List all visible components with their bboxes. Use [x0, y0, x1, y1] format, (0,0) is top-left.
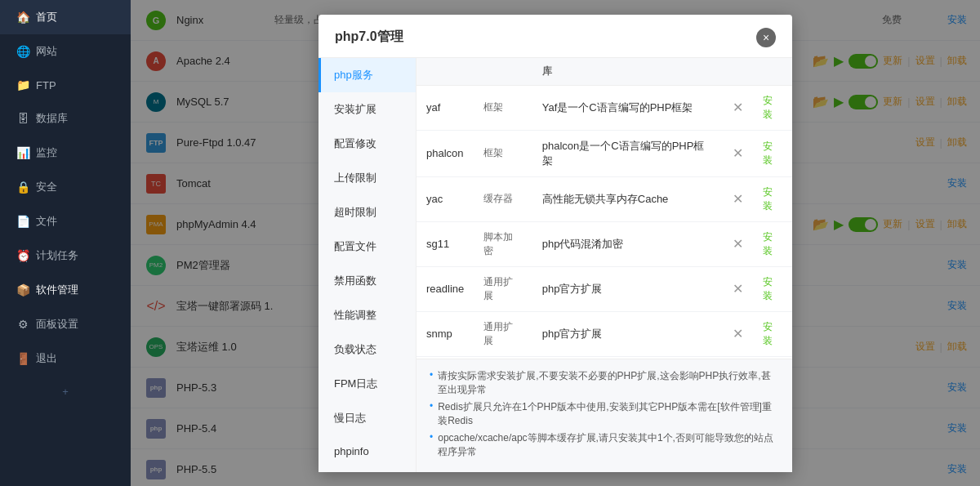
table-row: snmp 通用扩展 php官方扩展 ✕ 安装 [416, 311, 792, 356]
table-row: phalcon 框架 phalcon是一个C语言编写的PHP框架 ✕ 安装 [416, 130, 792, 176]
nav-phpinfo[interactable]: phpinfo [318, 435, 416, 467]
sidebar-label-software: 软件管理 [36, 283, 78, 297]
ext-type: 缓存器 [474, 176, 532, 221]
ftp-icon: 📁 [16, 78, 29, 91]
sidebar-label-logout: 退出 [36, 351, 57, 366]
sidebar-item-database[interactable]: 🗄 数据库 [0, 101, 131, 136]
php70-modal: php7.0管理 × php服务 安装扩展 配置修改 上传限制 超时限制 配置文… [318, 15, 792, 472]
modal-main-content: 库 yaf 框架 Yaf是一个C语言编写的PHP框架 ✕ 安装 phalcon … [416, 58, 792, 472]
ext-remove[interactable]: ✕ [723, 176, 753, 221]
ext-remove[interactable]: ✕ [723, 221, 753, 266]
col-header-install [753, 58, 792, 86]
ext-desc: Yaf是一个C语言编写的PHP框架 [532, 85, 723, 130]
home-icon: 🏠 [16, 11, 29, 24]
col-header-desc: 库 [532, 58, 723, 86]
nav-fpm-log[interactable]: FPM日志 [318, 367, 416, 401]
info-note-1: 请按实际需求安装扩展,不要安装不必要的PHP扩展,这会影响PHP执行效率,甚至出… [430, 369, 779, 397]
ext-install[interactable]: 安装 [753, 176, 792, 221]
sidebar-item-security[interactable]: 🔒 安全 [0, 170, 131, 204]
security-icon: 🔒 [16, 181, 29, 194]
sidebar-item-file[interactable]: 📄 文件 [0, 204, 131, 239]
ext-name: sg11 [416, 221, 474, 266]
file-icon: 📄 [16, 215, 29, 228]
sidebar-item-home[interactable]: 🏠 首页 [0, 0, 131, 34]
ext-install[interactable]: 安装 [753, 311, 792, 356]
ext-remove[interactable]: ✕ [723, 311, 753, 356]
ext-install[interactable]: 安装 [753, 266, 792, 311]
remove-icon[interactable]: ✕ [733, 192, 743, 206]
remove-icon[interactable]: ✕ [733, 237, 743, 251]
ext-desc: phalcon是一个C语言编写的PHP框架 [532, 130, 723, 176]
modal-close-btn[interactable]: × [756, 28, 776, 47]
extension-table: 库 yaf 框架 Yaf是一个C语言编写的PHP框架 ✕ 安装 phalcon … [416, 58, 792, 359]
panel-icon: ⚙ [16, 318, 29, 331]
sidebar-label-monitor: 监控 [36, 145, 57, 160]
sidebar-label-home: 首页 [36, 10, 57, 25]
nav-slow-log[interactable]: 慢日志 [318, 401, 416, 435]
ext-install[interactable]: 安装 [753, 130, 792, 176]
nav-perf-tune[interactable]: 性能调整 [318, 298, 416, 332]
nav-timeout[interactable]: 超时限制 [318, 195, 416, 230]
install-ext-btn[interactable]: 安装 [763, 276, 773, 301]
ext-name: phalcon [416, 130, 474, 176]
col-header-name [416, 58, 474, 86]
ext-type: 框架 [474, 85, 532, 130]
nav-config-modify[interactable]: 配置修改 [318, 127, 416, 161]
logout-icon: 🚪 [16, 352, 29, 365]
sidebar-item-software[interactable]: 📦 软件管理 [0, 273, 131, 307]
sidebar-label-ftp: FTP [36, 79, 56, 91]
nav-config-file[interactable]: 配置文件 [318, 230, 416, 264]
sidebar-item-panel[interactable]: ⚙ 面板设置 [0, 307, 131, 341]
table-row: readline 通用扩展 php官方扩展 ✕ 安装 [416, 266, 792, 311]
col-header-type [474, 58, 532, 86]
nav-install-ext[interactable]: 安装扩展 [318, 92, 416, 127]
sidebar-item-ftp[interactable]: 📁 FTP [0, 69, 131, 101]
install-ext-btn[interactable]: 安装 [763, 321, 773, 346]
add-button[interactable]: + [0, 376, 131, 408]
sidebar-label-file: 文件 [36, 214, 57, 229]
ext-type: 框架 [474, 130, 532, 176]
nav-php-service[interactable]: php服务 [318, 58, 416, 92]
sidebar-item-crontask[interactable]: ⏰ 计划任务 [0, 239, 131, 273]
ext-install[interactable]: 安装 [753, 85, 792, 130]
install-ext-btn[interactable]: 安装 [763, 140, 773, 166]
modal-body: php服务 安装扩展 配置修改 上传限制 超时限制 配置文件 禁用函数 性能调整… [318, 58, 792, 472]
sidebar-item-logout[interactable]: 🚪 退出 [0, 341, 131, 376]
nav-upload-limit[interactable]: 上传限制 [318, 161, 416, 195]
ext-desc: 高性能无锁共享内存Cache [532, 176, 723, 221]
install-ext-btn[interactable]: 安装 [763, 186, 773, 212]
remove-icon[interactable]: ✕ [733, 327, 743, 341]
install-ext-btn[interactable]: 安装 [763, 231, 773, 256]
remove-icon[interactable]: ✕ [733, 146, 743, 160]
nav-load-status[interactable]: 负载状态 [318, 332, 416, 367]
ext-type: 通用扩展 [474, 266, 532, 311]
remove-icon[interactable]: ✕ [733, 282, 743, 296]
ext-type: 脚本加密 [474, 221, 532, 266]
ext-desc: php代码混淆加密 [532, 221, 723, 266]
ext-desc: php官方扩展 [532, 266, 723, 311]
col-header-action [723, 58, 753, 86]
sidebar-label-security: 安全 [36, 180, 57, 194]
ext-remove[interactable]: ✕ [723, 85, 753, 130]
nav-disable-func[interactable]: 禁用函数 [318, 264, 416, 298]
database-icon: 🗄 [16, 112, 29, 125]
table-row: sg11 脚本加密 php代码混淆加密 ✕ 安装 [416, 221, 792, 266]
modal-overlay: php7.0管理 × php服务 安装扩展 配置修改 上传限制 超时限制 配置文… [131, 0, 980, 486]
sidebar-item-website[interactable]: 🌐 网站 [0, 34, 131, 69]
ext-remove[interactable]: ✕ [723, 266, 753, 311]
table-row: yac 缓存器 高性能无锁共享内存Cache ✕ 安装 [416, 176, 792, 221]
ext-name: yaf [416, 85, 474, 130]
sidebar: 🏠 首页 🌐 网站 📁 FTP 🗄 数据库 📊 监控 🔒 安全 📄 文件 ⏰ 计… [0, 0, 131, 486]
sidebar-item-monitor[interactable]: 📊 监控 [0, 136, 131, 170]
modal-header: php7.0管理 × [318, 15, 792, 58]
sidebar-label-website: 网站 [36, 44, 57, 59]
monitor-icon: 📊 [16, 146, 29, 159]
install-ext-btn[interactable]: 安装 [763, 95, 773, 120]
ext-remove[interactable]: ✕ [723, 130, 753, 176]
ext-type: 通用扩展 [474, 311, 532, 356]
ext-install[interactable]: 安装 [753, 221, 792, 266]
remove-icon[interactable]: ✕ [733, 100, 743, 114]
software-icon: 📦 [16, 283, 29, 297]
sidebar-label-database: 数据库 [36, 111, 68, 126]
modal-info-section: 请按实际需求安装扩展,不要安装不必要的PHP扩展,这会影响PHP执行效率,甚至出… [416, 359, 792, 472]
